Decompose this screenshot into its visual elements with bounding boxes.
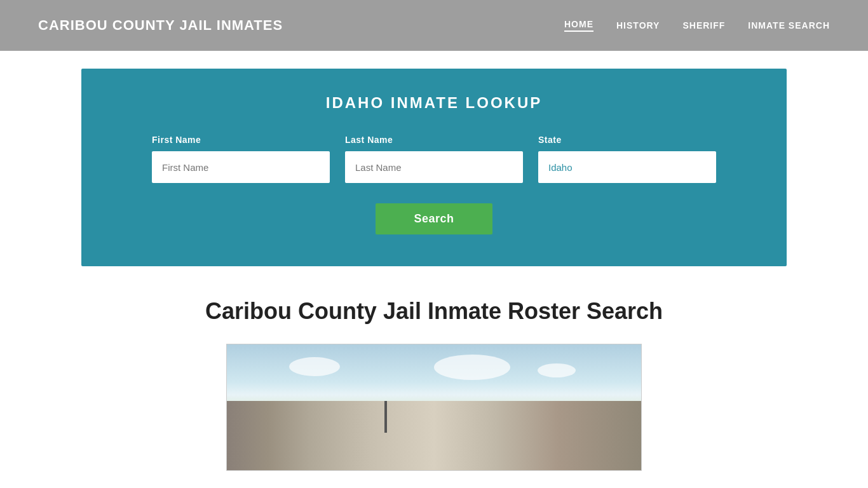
nav-inmate-search[interactable]: INMATE SEARCH bbox=[748, 20, 830, 30]
nav-home[interactable]: HOME bbox=[564, 19, 593, 32]
first-name-input[interactable] bbox=[152, 151, 330, 183]
search-button-wrapper: Search bbox=[119, 203, 749, 234]
last-name-input[interactable] bbox=[345, 151, 523, 183]
state-label: State bbox=[538, 135, 716, 145]
state-input[interactable] bbox=[538, 151, 716, 183]
first-name-label: First Name bbox=[152, 135, 330, 145]
search-section: IDAHO INMATE LOOKUP First Name Last Name… bbox=[81, 69, 787, 266]
last-name-group: Last Name bbox=[345, 135, 523, 183]
last-name-label: Last Name bbox=[345, 135, 523, 145]
site-title: CARIBOU COUNTY JAIL INMATES bbox=[38, 17, 283, 34]
nav-sheriff[interactable]: SHERIFF bbox=[682, 20, 725, 30]
first-name-group: First Name bbox=[152, 135, 330, 183]
cloud-decoration bbox=[434, 355, 510, 380]
state-group: State bbox=[538, 135, 716, 183]
search-button[interactable]: Search bbox=[376, 203, 492, 234]
cloud-decoration bbox=[289, 357, 340, 376]
site-header: CARIBOU COUNTY JAIL INMATES HOME HISTORY… bbox=[0, 0, 868, 51]
building-image bbox=[226, 344, 642, 471]
main-nav: HOME HISTORY SHERIFF INMATE SEARCH bbox=[564, 19, 830, 32]
cloud-decoration bbox=[538, 363, 576, 377]
nav-history[interactable]: HISTORY bbox=[616, 20, 660, 30]
search-section-title: IDAHO INMATE LOOKUP bbox=[119, 94, 749, 112]
main-content: Caribou County Jail Inmate Roster Search bbox=[0, 266, 868, 471]
search-fields: First Name Last Name State bbox=[119, 135, 749, 183]
subheader-bar bbox=[0, 51, 868, 69]
roster-title: Caribou County Jail Inmate Roster Search bbox=[38, 298, 830, 325]
